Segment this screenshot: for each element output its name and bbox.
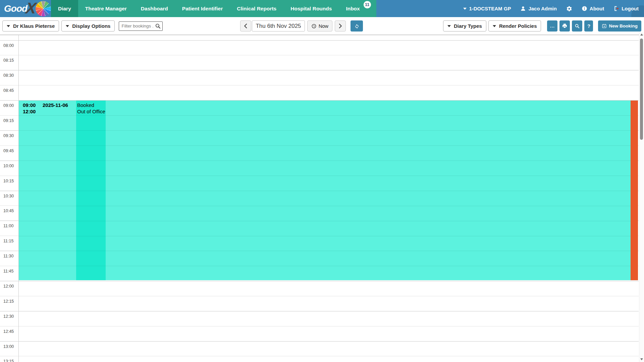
now-label: Now [319, 23, 328, 29]
print-button[interactable] [559, 20, 570, 32]
diary-slot[interactable] [19, 85, 639, 100]
display-options-dropdown[interactable]: Display Options [61, 20, 115, 32]
search-booking-button[interactable] [572, 20, 582, 32]
diary-slot[interactable] [19, 41, 639, 55]
diary-slot[interactable] [19, 356, 639, 362]
goodx-diary-app: Good X DiaryTheatre ManagerDashboardPati… [0, 0, 644, 362]
top-navigation-bar: Good X DiaryTheatre ManagerDashboardPati… [0, 0, 644, 17]
booking-end-time: 12:00 [23, 108, 36, 115]
tab-label: Patient Identifier [182, 6, 223, 12]
time-label: 09:45 [3, 148, 14, 153]
booking-slot-line [19, 115, 631, 116]
info-circle-icon [582, 6, 587, 11]
date-label: Thu 6th Nov 2025 [256, 23, 301, 29]
goodx-logo[interactable]: Good X [4, 0, 51, 17]
time-label: 10:00 [3, 164, 14, 168]
diary-slot-row: 08:15 [0, 55, 639, 70]
date-navigation-group: Thu 6th Nov 2025 Now [240, 20, 363, 32]
booking-slot-line [19, 176, 631, 176]
diary-slot-row: 12:45 [0, 326, 639, 341]
search-icon[interactable] [155, 23, 161, 29]
booking-slot-line [19, 130, 631, 131]
now-button[interactable]: Now [307, 20, 332, 32]
time-label: 13:00 [3, 344, 14, 349]
booking-slot-line [19, 206, 631, 206]
time-label: 12:00 [3, 284, 14, 289]
logo-text-x: X [25, 0, 37, 16]
user-menu[interactable]: Jaco Admin [520, 6, 556, 11]
chevron-down-icon [493, 25, 496, 27]
diary-slot[interactable] [19, 281, 639, 296]
booking-slot-line [19, 251, 631, 251]
diary-slot-row: 13:00 [0, 341, 639, 356]
toolbar-left-group: Dr Klaus Pieterse Display Options [2, 20, 163, 32]
tab-hospital-rounds[interactable]: Hospital Rounds [283, 0, 339, 17]
chevron-down-icon [463, 8, 467, 10]
render-policies-label: Render Policies [499, 23, 537, 29]
logout-button[interactable]: Logout [613, 6, 639, 11]
search-icon [575, 23, 580, 29]
time-label: 10:15 [3, 179, 14, 183]
time-label: 11:45 [3, 269, 13, 274]
tab-clinical-reports[interactable]: Clinical Reports [230, 0, 283, 17]
tab-label: Dashboard [141, 6, 168, 12]
about-link[interactable]: About [582, 6, 604, 11]
tab-dashboard[interactable]: Dashboard [134, 0, 175, 17]
refresh-button[interactable] [351, 20, 363, 32]
vertical-scrollbar[interactable] [639, 32, 644, 362]
logout-door-arrow-icon [613, 6, 619, 11]
main-nav: DiaryTheatre ManagerDashboardPatient Ide… [51, 0, 376, 17]
calendar-plus-icon [602, 23, 607, 28]
chevron-right-icon [338, 23, 342, 28]
tab-diary[interactable]: Diary [51, 0, 78, 17]
booking-date: 2025-11-06 [43, 102, 68, 108]
diary-slot[interactable] [19, 55, 639, 70]
booking-event[interactable]: 09:00 2025-11-06 Booked 12:00 Out of Off… [19, 101, 638, 280]
person-icon [520, 6, 526, 11]
diary-slot-row: 08:45 [0, 85, 639, 100]
clock-icon [311, 23, 317, 29]
about-label: About [590, 6, 604, 11]
settings-button[interactable] [566, 6, 572, 12]
diary-slot[interactable] [19, 296, 639, 311]
time-label: 08:00 [3, 43, 14, 48]
diary-types-dropdown[interactable]: Diary Types [443, 20, 486, 32]
diary-slot[interactable] [19, 342, 639, 356]
more-options-button[interactable]: ... [547, 20, 557, 32]
previous-day-button[interactable] [240, 20, 251, 32]
chevron-down-icon [447, 25, 451, 27]
diary-slot[interactable] [19, 311, 639, 326]
diary-slot[interactable] [19, 326, 639, 341]
scroll-up-arrow-icon[interactable] [640, 34, 643, 36]
diary-slot-row: 12:15 [0, 296, 639, 311]
diary-slot[interactable] [19, 70, 639, 85]
booking-slot-line [19, 191, 631, 191]
booking-slot-line [19, 236, 631, 236]
user-label: Jaco Admin [528, 6, 556, 11]
booking-slot-line [19, 145, 631, 146]
scrollbar-thumb[interactable] [640, 39, 643, 140]
render-policies-dropdown[interactable]: Render Policies [488, 20, 541, 32]
booking-slot-line [19, 221, 631, 221]
practitioner-dropdown[interactable]: Dr Klaus Pieterse [2, 20, 59, 32]
help-button[interactable]: ? [584, 20, 593, 32]
tab-patient-identifier[interactable]: Patient Identifier [175, 0, 230, 17]
diary-types-label: Diary Types [454, 23, 482, 29]
tab-inbox[interactable]: Inbox11 [339, 0, 367, 17]
filter-bookings-wrap [119, 21, 163, 31]
tab-label: Clinical Reports [237, 6, 276, 12]
booking-start-time: 09:00 [23, 102, 36, 108]
new-booking-button[interactable]: New Booking [598, 20, 641, 32]
current-date-display[interactable]: Thu 6th Nov 2025 [252, 20, 305, 32]
scroll-down-arrow-icon[interactable] [640, 358, 643, 360]
practitioner-label: Dr Klaus Pieterse [13, 23, 55, 29]
logo-text-good: Good [4, 3, 27, 14]
next-day-button[interactable] [335, 20, 346, 32]
time-label: 11:30 [3, 254, 13, 258]
tab-theatre-manager[interactable]: Theatre Manager [78, 0, 134, 17]
time-label: 08:30 [3, 73, 14, 78]
time-label: 11:15 [3, 239, 13, 243]
goodx-color-wheel-icon [36, 1, 51, 16]
practice-selector[interactable]: 1-DOCSTEAM GP [463, 6, 511, 11]
toolbar-right-group: Diary Types Render Policies ... ? New Bo… [443, 20, 641, 32]
